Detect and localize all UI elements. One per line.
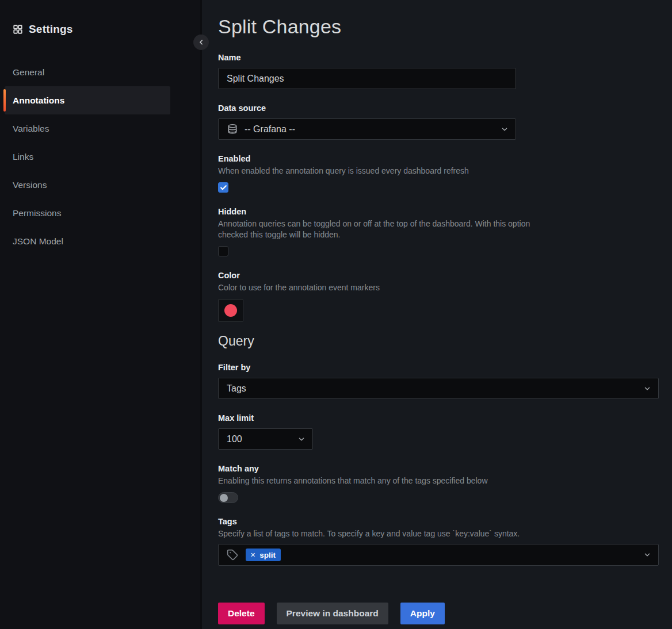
color-field-group: Color Color to use for the annotation ev… [218, 271, 659, 322]
color-label: Color [218, 271, 659, 281]
preview-in-dashboard-button[interactable]: Preview in dashboard [277, 603, 388, 624]
sidebar-item-label: Annotations [13, 95, 64, 106]
sidebar-title: Settings [29, 23, 73, 36]
name-label: Name [218, 53, 659, 63]
filter-by-select[interactable]: Tags [218, 378, 659, 399]
sidebar-item-general[interactable]: General [5, 58, 170, 86]
delete-button[interactable]: Delete [218, 603, 265, 624]
tags-input[interactable]: ✕ split [218, 544, 659, 566]
filter-by-label: Filter by [218, 363, 659, 373]
settings-nav: General Annotations Variables Links Vers… [0, 58, 200, 255]
hidden-description: Annotation queries can be toggled on or … [218, 218, 559, 240]
match-any-field-group: Match any Enabling this returns annotati… [218, 464, 659, 503]
x-icon[interactable]: ✕ [250, 552, 255, 558]
sidebar-item-annotations[interactable]: Annotations [5, 86, 170, 114]
apps-grid-icon [13, 24, 23, 34]
sidebar-item-variables[interactable]: Variables [5, 114, 170, 143]
sidebar-item-json-model[interactable]: JSON Model [5, 227, 170, 255]
annotation-settings-main: Split Changes Name Data source -- Grafan… [200, 0, 672, 629]
chevron-down-icon [643, 385, 651, 393]
tags-field-group: Tags Specify a list of tags to match. To… [218, 517, 659, 566]
sidebar-item-label: Variables [13, 124, 49, 134]
settings-header: Settings [0, 22, 200, 37]
name-field-group: Name [218, 53, 659, 89]
chevron-down-icon [643, 551, 651, 559]
tags-label: Tags [218, 517, 659, 527]
enabled-field-group: Enabled When enabled the annotation quer… [218, 154, 659, 193]
chevron-down-icon [501, 125, 509, 133]
data-source-label: Data source [218, 103, 659, 113]
collapse-sidebar-button[interactable] [193, 34, 209, 50]
enabled-checkbox[interactable] [218, 182, 228, 193]
max-limit-label: Max limit [218, 413, 659, 423]
action-buttons: Delete Preview in dashboard Apply [218, 603, 659, 624]
annotation-color-dot [224, 304, 237, 317]
sidebar-item-permissions[interactable]: Permissions [5, 199, 170, 227]
apply-button[interactable]: Apply [400, 603, 445, 624]
match-any-label: Match any [218, 464, 659, 474]
page-title: Split Changes [218, 15, 659, 38]
filter-by-field-group: Filter by Tags [218, 363, 659, 399]
name-input[interactable] [218, 68, 516, 89]
sidebar-item-versions[interactable]: Versions [5, 171, 170, 199]
annotation-color-picker[interactable] [218, 299, 243, 322]
hidden-label: Hidden [218, 207, 659, 217]
enabled-label: Enabled [218, 154, 659, 164]
color-description: Color to use for the annotation event ma… [218, 282, 559, 293]
max-limit-field-group: Max limit 100 [218, 413, 659, 450]
chevron-down-icon [297, 435, 306, 443]
sidebar-item-label: Versions [13, 180, 47, 190]
hidden-checkbox[interactable] [218, 246, 228, 256]
data-source-select[interactable]: -- Grafana -- [218, 118, 516, 140]
sidebar-item-label: Links [13, 152, 33, 162]
tags-description: Specify a list of tags to match. To spec… [218, 528, 559, 539]
max-limit-select[interactable]: 100 [218, 428, 313, 450]
enabled-description: When enabled the annotation query is iss… [218, 166, 559, 177]
match-any-description: Enabling this returns annotations that m… [218, 475, 559, 486]
dashboard-settings-page: Settings General Annotations Variables L… [0, 0, 672, 629]
sidebar-item-label: General [13, 67, 44, 78]
match-any-toggle[interactable] [218, 492, 238, 503]
data-source-value: -- Grafana -- [245, 124, 501, 135]
hidden-field-group: Hidden Annotation queries can be toggled… [218, 207, 659, 256]
filter-by-value: Tags [227, 383, 643, 394]
sidebar-item-label: JSON Model [13, 236, 63, 247]
sidebar-item-links[interactable]: Links [5, 143, 170, 171]
max-limit-value: 100 [227, 434, 297, 444]
sidebar-item-label: Permissions [13, 208, 61, 218]
database-icon [227, 124, 238, 135]
query-section-title: Query [218, 333, 659, 348]
check-icon [220, 184, 227, 191]
settings-sidebar: Settings General Annotations Variables L… [0, 0, 200, 629]
tag-icon [227, 549, 238, 561]
chevron-left-icon [197, 39, 205, 46]
tag-chip-split[interactable]: ✕ split [246, 549, 281, 561]
data-source-field-group: Data source -- Grafana -- [218, 103, 659, 140]
tag-chip-label: split [259, 551, 276, 559]
toggle-knob [220, 494, 228, 502]
